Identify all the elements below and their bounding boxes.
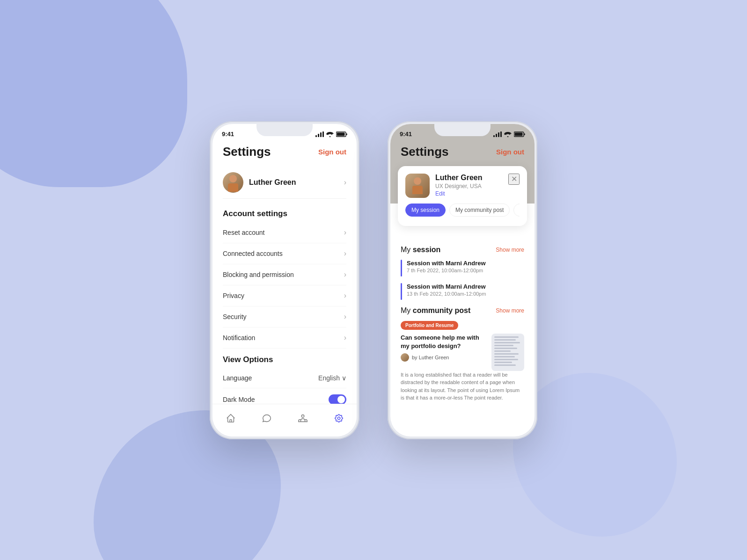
wifi-icon-2 xyxy=(504,131,512,137)
avatar-1 xyxy=(223,172,243,193)
svg-rect-3 xyxy=(515,132,523,136)
post-text-area: Can someone help me with my portfolio de… xyxy=(401,334,487,365)
notch-2 xyxy=(434,124,491,136)
menu-chevron-blocking: › xyxy=(344,270,346,279)
profile-card-close-button[interactable]: ✕ xyxy=(508,174,520,185)
community-post-header: My community post Show more xyxy=(401,306,524,315)
tab-my-session[interactable]: My session xyxy=(405,204,446,217)
session-date-1: 7 th Feb 2022, 10:00am-12:00pm xyxy=(407,268,486,273)
battery-icon xyxy=(336,131,347,137)
post-thumbnail xyxy=(491,334,524,371)
menu-chevron-privacy: › xyxy=(344,291,346,300)
profile-card-header: Luther Green UX Designer, USA Edit ✕ xyxy=(405,174,520,198)
community-post-heading: My community post xyxy=(401,306,470,315)
session-item-1: Session with Marni Andrew 7 th Feb 2022,… xyxy=(401,260,524,276)
session-title-1: Session with Marni Andrew xyxy=(407,260,486,267)
tab-community-post[interactable]: My community post xyxy=(449,204,510,217)
tab-mentors[interactable]: My mentors xyxy=(513,204,520,217)
session-item-2: Session with Marni Andrew 13 th Feb 2022… xyxy=(401,283,524,300)
post-title: Can someone help me with my portfolio de… xyxy=(401,334,487,350)
post-author: by Luther Green xyxy=(401,353,487,362)
sign-out-button-1[interactable]: Sign out xyxy=(318,148,346,156)
settings-header-1: Settings Sign out xyxy=(223,141,346,167)
background-blob-1 xyxy=(0,0,187,187)
my-session-header: My session Show more xyxy=(401,246,524,254)
account-settings-title: Account settings xyxy=(223,203,346,222)
nav-settings[interactable] xyxy=(329,408,349,429)
menu-item-notification[interactable]: Notification › xyxy=(223,327,346,349)
menu-item-blocking[interactable]: Blocking and permission › xyxy=(223,264,346,285)
community-show-more[interactable]: Show more xyxy=(496,307,524,314)
menu-chevron-connected: › xyxy=(344,249,346,258)
session-details-1: Session with Marni Andrew 7 th Feb 2022,… xyxy=(407,260,486,276)
status-time-2: 9:41 xyxy=(400,131,412,138)
profile-card-edit-button[interactable]: Edit xyxy=(435,190,482,197)
profile-chevron: › xyxy=(344,178,346,187)
nav-home[interactable] xyxy=(220,408,241,429)
profile-card-avatar xyxy=(405,174,430,198)
phone-1-screen: 9:41 xyxy=(212,124,357,436)
profile-card-info: Luther Green UX Designer, USA Edit xyxy=(405,174,482,198)
signal-icon xyxy=(315,131,324,137)
menu-item-privacy[interactable]: Privacy › xyxy=(223,285,346,306)
menu-item-reset[interactable]: Reset account › xyxy=(223,222,346,243)
post-row: Can someone help me with my portfolio de… xyxy=(401,334,524,371)
profile-card-details: Luther Green UX Designer, USA Edit xyxy=(435,174,482,197)
menu-item-connected[interactable]: Connected accounts › xyxy=(223,243,346,264)
session-bar-1 xyxy=(401,260,402,276)
menu-item-blocking-label: Blocking and permission xyxy=(223,271,294,278)
phone2-scroll: My session Show more Session with Marni … xyxy=(390,246,535,436)
nav-chat[interactable] xyxy=(256,408,277,429)
menu-item-security-label: Security xyxy=(223,313,247,320)
status-time-1: 9:41 xyxy=(222,131,234,138)
nav-people[interactable] xyxy=(293,408,313,429)
profile-info-1: Luther Green xyxy=(223,172,296,193)
profile-card-role: UX Designer, USA xyxy=(435,183,482,189)
phones-container: 9:41 xyxy=(210,121,537,439)
phone-2-content: 9:41 xyxy=(390,124,535,436)
settings-title-2: Settings xyxy=(401,145,449,159)
session-date-2: 13 th Feb 2022, 10:00am-12:00pm xyxy=(407,291,486,297)
menu-item-notification-label: Notification xyxy=(223,334,255,342)
session-show-more[interactable]: Show more xyxy=(496,247,524,253)
signal-icon-2 xyxy=(493,131,502,137)
menu-item-privacy-label: Privacy xyxy=(223,292,244,299)
svg-rect-1 xyxy=(337,132,345,136)
post-excerpt: It is a long established fact that a rea… xyxy=(401,371,524,402)
status-icons-1 xyxy=(315,131,347,137)
status-icons-2 xyxy=(493,131,525,137)
bottom-nav-1 xyxy=(212,404,357,436)
sign-out-button-2[interactable]: Sign out xyxy=(496,148,524,156)
profile-card-name: Luther Green xyxy=(435,174,482,182)
menu-chevron-reset: › xyxy=(344,228,346,237)
session-bar-2 xyxy=(401,283,402,300)
toggle-knob xyxy=(337,396,345,403)
profile-card: Luther Green UX Designer, USA Edit ✕ My … xyxy=(398,166,527,226)
background-blob-3 xyxy=(513,373,677,537)
phone-1: 9:41 xyxy=(210,121,359,439)
menu-item-connected-label: Connected accounts xyxy=(223,250,283,257)
dark-mode-label: Dark Mode xyxy=(223,396,255,403)
phone-1-content: Settings Sign out Luther Green › Ac xyxy=(212,141,357,436)
menu-chevron-notification: › xyxy=(344,334,346,342)
dark-mode-toggle[interactable] xyxy=(329,394,346,405)
phone-2: 9:41 xyxy=(388,121,537,439)
menu-chevron-security: › xyxy=(344,313,346,321)
settings-title-1: Settings xyxy=(223,145,271,159)
profile-name-1: Luther Green xyxy=(249,178,296,187)
settings-header-2: Settings Sign out xyxy=(390,141,535,159)
session-details-2: Session with Marni Andrew 13 th Feb 2022… xyxy=(407,283,486,300)
tabs-row: My session My community post My mentors xyxy=(405,198,520,218)
language-value[interactable]: English ∨ xyxy=(318,374,346,382)
community-section: My community post Show more Portfolio an… xyxy=(401,306,524,402)
post-author-avatar xyxy=(401,353,409,362)
menu-item-security[interactable]: Security › xyxy=(223,306,346,327)
profile-row-1[interactable]: Luther Green › xyxy=(223,167,346,199)
notch-1 xyxy=(256,124,313,136)
battery-icon-2 xyxy=(514,131,525,137)
post-author-name: by Luther Green xyxy=(412,355,449,360)
wifi-icon xyxy=(326,131,334,137)
language-label: Language xyxy=(223,374,252,382)
menu-item-reset-label: Reset account xyxy=(223,229,265,236)
my-session-heading: My session xyxy=(401,246,440,254)
